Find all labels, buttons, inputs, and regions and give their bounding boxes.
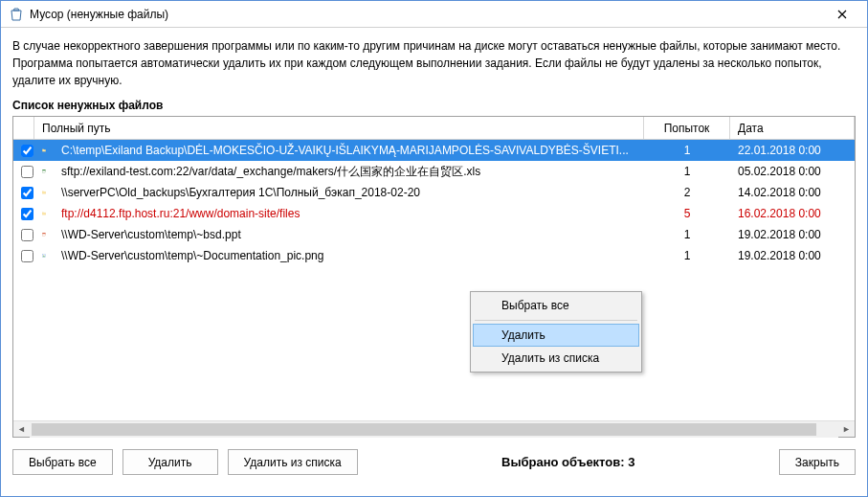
- row-checkbox[interactable]: [21, 250, 33, 262]
- row-date: 22.01.2018 0:00: [730, 142, 855, 159]
- ctx-separator: [475, 320, 637, 321]
- row-checkbox-cell: [13, 248, 34, 264]
- row-date: 19.02.2018 0:00: [730, 226, 855, 243]
- row-path: \\WD-Server\custom\temp\~bsd.ppt: [54, 226, 644, 243]
- row-checkbox[interactable]: [21, 229, 33, 241]
- folder-icon: [34, 141, 54, 160]
- row-path: sftp://exiland-test.com:22/var/data/_exc…: [54, 162, 644, 182]
- select-all-button[interactable]: Выбрать все: [12, 449, 113, 475]
- h-scrollbar[interactable]: ◄ ►: [13, 420, 855, 437]
- grid-body: C:\temp\Exiland Backup\DĖL-MOKESČIO-UŽ-V…: [13, 140, 855, 420]
- xls-icon: [34, 162, 54, 181]
- row-checkbox-cell: [13, 206, 34, 222]
- remove-from-list-button[interactable]: Удалить из списка: [228, 449, 358, 475]
- context-menu: Выбрать все Удалить Удалить из списка: [470, 291, 642, 373]
- row-attempts: 5: [644, 205, 730, 222]
- row-checkbox[interactable]: [21, 187, 33, 199]
- ctx-delete[interactable]: Удалить: [473, 324, 639, 347]
- column-checkbox: [13, 117, 34, 139]
- table-row[interactable]: ftp://d4112.ftp.host.ru:21/www/domain-si…: [13, 203, 855, 224]
- svg-rect-3: [43, 233, 46, 234]
- row-path: ftp://d4112.ftp.host.ru:21/www/domain-si…: [54, 205, 644, 222]
- row-attempts: 2: [644, 184, 730, 201]
- ctx-select-all[interactable]: Выбрать все: [473, 294, 639, 317]
- folder-icon: [34, 183, 54, 202]
- list-heading: Список ненужных файлов: [12, 99, 856, 112]
- window-title: Мусор (ненужные файлы): [30, 8, 823, 21]
- row-path: C:\temp\Exiland Backup\DĖL-MOKESČIO-UŽ-V…: [54, 142, 644, 159]
- trash-icon: [9, 7, 24, 22]
- scroll-right-arrow[interactable]: ►: [838, 421, 855, 438]
- ppt-icon: [34, 225, 54, 244]
- trash-window: Мусор (ненужные файлы) В случае некоррек…: [0, 0, 868, 497]
- row-attempts: 1: [644, 142, 730, 159]
- img-icon: [34, 246, 54, 265]
- selection-status: Выбрано объектов: 3: [367, 455, 769, 469]
- description-text: В случае некорректного завершения програ…: [12, 37, 856, 89]
- table-row[interactable]: \\WD-Server\custom\temp\~bsd.ppt119.02.2…: [13, 224, 855, 245]
- table-row[interactable]: \\WD-Server\custom\temp\~Documentation_p…: [13, 245, 855, 266]
- content-area: В случае некорректного завершения програ…: [1, 28, 867, 496]
- table-row[interactable]: \\serverPC\Old_backups\Бухгалтерия 1С\По…: [13, 182, 855, 203]
- row-checkbox-cell: [13, 143, 34, 159]
- scroll-thumb[interactable]: [32, 423, 816, 436]
- row-path: \\WD-Server\custom\temp\~Documentation_p…: [54, 247, 644, 264]
- grid-header: Полный путь Попыток Дата: [13, 117, 855, 140]
- titlebar: Мусор (ненужные файлы): [1, 1, 867, 28]
- row-attempts: 1: [644, 163, 730, 180]
- row-date: 19.02.2018 0:00: [730, 247, 855, 264]
- column-date[interactable]: Дата: [730, 117, 855, 139]
- row-date: 14.02.2018 0:00: [730, 184, 855, 201]
- file-grid: Полный путь Попыток Дата C:\temp\Exiland…: [12, 116, 856, 438]
- row-checkbox[interactable]: [21, 166, 33, 178]
- row-attempts: 1: [644, 247, 730, 264]
- delete-button[interactable]: Удалить: [122, 449, 218, 475]
- row-checkbox-cell: [13, 185, 34, 201]
- scroll-left-arrow[interactable]: ◄: [13, 421, 30, 438]
- table-row[interactable]: sftp://exiland-test.com:22/var/data/_exc…: [13, 161, 855, 182]
- folder-icon: [34, 204, 54, 223]
- table-row[interactable]: C:\temp\Exiland Backup\DĖL-MOKESČIO-UŽ-V…: [13, 140, 855, 161]
- column-attempts[interactable]: Попыток: [644, 117, 730, 139]
- footer: Выбрать все Удалить Удалить из списка Вы…: [12, 438, 856, 475]
- row-date: 16.02.2018 0:00: [730, 205, 855, 222]
- row-attempts: 1: [644, 226, 730, 243]
- svg-point-5: [43, 255, 44, 256]
- row-checkbox[interactable]: [21, 208, 33, 220]
- row-date: 05.02.2018 0:00: [730, 163, 855, 180]
- column-path[interactable]: Полный путь: [34, 117, 644, 139]
- ctx-remove-from-list[interactable]: Удалить из списка: [473, 347, 639, 370]
- svg-rect-1: [43, 169, 46, 170]
- row-path: \\serverPC\Old_backups\Бухгалтерия 1С\По…: [54, 184, 644, 201]
- row-checkbox-cell: [13, 164, 34, 180]
- close-footer-button[interactable]: Закрыть: [779, 449, 856, 475]
- row-checkbox[interactable]: [21, 145, 33, 157]
- scroll-track[interactable]: [30, 421, 838, 438]
- row-checkbox-cell: [13, 227, 34, 243]
- close-button[interactable]: [823, 1, 861, 27]
